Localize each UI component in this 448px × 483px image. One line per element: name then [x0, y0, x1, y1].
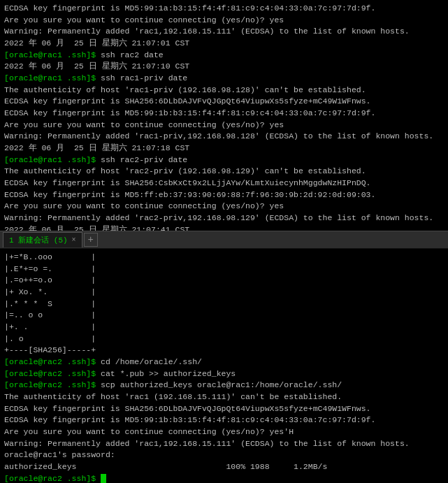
terminal-line: [oracle@rac2 .ssh]$ scp authorized_keys … [4, 380, 444, 391]
tab-label: 1 新建会话 (5) [9, 235, 68, 245]
terminal-line: |.E*+=o =. | [4, 264, 444, 275]
terminal-line: The authenticity of host 'rac1 (192.168.… [4, 391, 444, 403]
terminal-line: Warning: Permanently added 'rac1-priv,19… [4, 131, 444, 143]
terminal-line: Are you sure you want to continue connec… [4, 15, 444, 27]
tab-bar: 1 新建会话 (5) × + [0, 231, 448, 249]
terminal-line: ECDSA key fingerprint is SHA256:6DLbDAJV… [4, 96, 444, 108]
terminal-line: Warning: Permanently added 'rac1,192.168… [4, 26, 444, 38]
terminal-line: ECDSA key fingerprint is MD5:99:1b:b3:15… [4, 108, 444, 120]
terminal-line: [oracle@rac2 .ssh]$ [4, 473, 444, 483]
terminal-line: |.=o++=o.o | [4, 275, 444, 287]
cursor-block [101, 474, 106, 483]
terminal-line: 2022 年 06 月 25 日 星期六 21:07:01 CST [4, 38, 444, 50]
terminal-line: |+ Xo. *. | [4, 287, 444, 298]
terminal-top[interactable]: ECDSA key fingerprint is MD5:99:1a:b3:15… [0, 0, 448, 231]
terminal-line: The authenticity of host 'rac1-priv (192… [4, 85, 444, 96]
terminal-line: [oracle@rac1 .ssh]$ ssh rac1-priv date [4, 73, 444, 85]
tab-close-icon[interactable]: × [72, 236, 76, 244]
terminal-line: ECDSA key fingerprint is SHA256:6DLbDAJV… [4, 403, 444, 415]
terminal-line: ECDSA key fingerprint is MD5:99:1a:b3:15… [4, 3, 444, 15]
terminal-line: 2022 年 06 月 25 日 星期六 21:07:41 CST [4, 224, 444, 231]
terminal-line: Are you sure you want to continue connec… [4, 426, 444, 438]
terminal-line: |+=*B..ooo | [4, 252, 444, 264]
terminal-line: 2022 年 06 月 25 日 星期六 21:07:10 CST [4, 61, 444, 73]
terminal-line: 2022 年 06 月 25 日 星期六 21:07:18 CST [4, 143, 444, 154]
terminal-line: ECDSA key fingerprint is MD5:99:1b:b3:15… [4, 414, 444, 426]
terminal-line: Are you sure you want to continue connec… [4, 201, 444, 212]
terminal-line: [oracle@rac1 .ssh]$ ssh rac2 date [4, 50, 444, 62]
terminal-bottom[interactable]: |+=*B..ooo ||.E*+=o =. ||.=o++=o.o ||+ X… [0, 249, 448, 483]
terminal-line: authorized_keys 100% 1988 1.2MB/s [4, 461, 444, 473]
terminal-line: ECDSA key fingerprint is SHA256:CsbKxCt9… [4, 178, 444, 189]
terminal-line: |. o | [4, 333, 444, 345]
terminal-line: +----[SHA256]-----+ [4, 345, 444, 356]
terminal-line: |+. . | [4, 322, 444, 333]
terminal-line: Are you sure you want to continue connec… [4, 120, 444, 131]
terminal-line: The authenticity of host 'rac2-priv (192… [4, 166, 444, 178]
terminal-line: |=.. o o | [4, 310, 444, 322]
terminal-line: [oracle@rac2 .ssh]$ cat *.pub >> authori… [4, 368, 444, 380]
terminal-line: oracle@rac1's password: [4, 449, 444, 461]
terminal-line: ECDSA key fingerprint is MD5:ff:eb:37:93… [4, 189, 444, 201]
terminal-line: Warning: Permanently added 'rac2-priv,19… [4, 212, 444, 224]
terminal-line: [oracle@rac1 .ssh]$ ssh rac2-priv date [4, 154, 444, 166]
terminal-line: |.* * * S | [4, 298, 444, 310]
new-tab-button[interactable]: + [84, 233, 98, 247]
tab-item-1[interactable]: 1 新建会话 (5) × [3, 232, 82, 247]
terminal-line: [oracle@rac2 .ssh]$ cd /home/oracle/.ssh… [4, 356, 444, 368]
terminal-line: Warning: Permanently added 'rac1,192.168… [4, 438, 444, 450]
